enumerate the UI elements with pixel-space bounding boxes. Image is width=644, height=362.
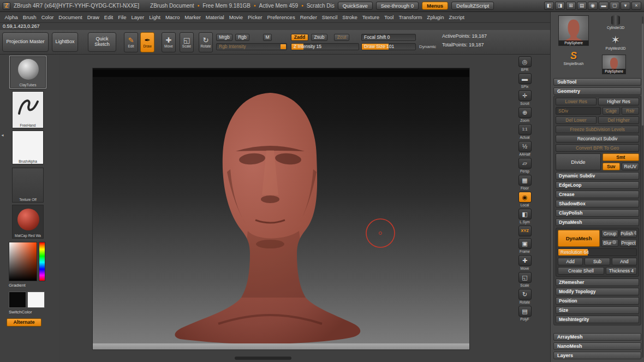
draw-mode-button[interactable]: ✒ Draw bbox=[140, 32, 154, 52]
sdiv-slider[interactable]: SDiv bbox=[556, 107, 601, 115]
menu-item-alpha[interactable]: Alpha bbox=[2, 13, 20, 21]
nanomesh-section-header[interactable]: NanoMesh bbox=[553, 342, 641, 350]
recent-tool-simplebrush[interactable]: S SimpleBrush bbox=[558, 50, 589, 66]
move-mode-button[interactable]: ✚ Move bbox=[162, 32, 176, 52]
m-toggle[interactable]: M bbox=[263, 34, 272, 41]
divide-button[interactable]: Divide bbox=[556, 153, 601, 170]
copy-doc-icon[interactable]: ⊞ bbox=[566, 2, 576, 10]
strip-item-xyz[interactable]: XYZ bbox=[518, 225, 532, 236]
menu-item-file[interactable]: File bbox=[116, 13, 129, 21]
bust-silhouette[interactable] bbox=[175, 93, 360, 344]
thickness-slider[interactable]: Thickness 4 bbox=[606, 267, 637, 275]
del-higher-button[interactable]: Del Higher bbox=[598, 116, 639, 124]
next-doc-icon[interactable]: ◨ bbox=[555, 2, 565, 10]
zremesher-header[interactable]: ZRemesher bbox=[556, 278, 639, 286]
shadowbox-header[interactable]: ShadowBox bbox=[556, 200, 639, 207]
menu-item-material[interactable]: Material bbox=[203, 13, 226, 21]
create-shell-button[interactable]: Create Shell bbox=[558, 267, 604, 275]
menu-item-stencil[interactable]: Stencil bbox=[319, 13, 340, 21]
hue-strip[interactable] bbox=[39, 242, 45, 281]
lock-icon[interactable]: ◉ bbox=[588, 2, 598, 10]
default-zscript-button[interactable]: DefaultZScript bbox=[451, 2, 494, 10]
menu-item-tool[interactable]: Tool bbox=[381, 13, 396, 21]
recent-tool-cylinder3d[interactable]: Cylinder3D bbox=[601, 15, 630, 29]
group-toggle[interactable]: Group bbox=[601, 230, 618, 238]
stroke-type-selector[interactable]: FreeHand bbox=[12, 91, 44, 128]
zadd-toggle[interactable]: Zadd bbox=[291, 34, 308, 41]
arraymesh-section-header[interactable]: ArrayMesh bbox=[553, 333, 641, 341]
modify-topology-header[interactable]: Modify Topology bbox=[556, 288, 639, 295]
z-intensity-slider[interactable]: Z Intensity 15 bbox=[291, 43, 359, 50]
and-toggle[interactable]: And bbox=[612, 258, 637, 265]
geometry-section-header[interactable]: Geometry bbox=[553, 87, 641, 95]
focal-shift-slider[interactable]: Focal Shift 0 bbox=[361, 34, 416, 41]
menus-button[interactable]: Menus bbox=[422, 2, 448, 10]
menu-item-color[interactable]: Color bbox=[39, 13, 56, 21]
strip-item-persp[interactable]: ▱ Persp bbox=[518, 158, 532, 173]
menu-item-picker[interactable]: Picker bbox=[246, 13, 265, 21]
recent-tool-polysphere[interactable]: PolySphere bbox=[602, 55, 626, 74]
strip-item-zoom[interactable]: ⊕ Zoom bbox=[518, 107, 532, 122]
smt-toggle[interactable]: Smt bbox=[603, 153, 639, 161]
resolution-slider[interactable]: Resolution 64 bbox=[558, 248, 637, 256]
freeze-subdivision-button[interactable]: Freeze SubDivision Levels bbox=[556, 126, 639, 133]
menu-item-preferences[interactable]: Preferences bbox=[265, 13, 297, 21]
strip-item-lsym[interactable]: ◧ L.Sym bbox=[518, 209, 532, 224]
menu-item-layer[interactable]: Layer bbox=[129, 13, 147, 21]
menu-item-zplugin[interactable]: Zplugin bbox=[425, 13, 446, 21]
draw-size-slider[interactable]: Draw Size 101 bbox=[361, 43, 416, 50]
menu-item-render[interactable]: Render bbox=[297, 13, 319, 21]
current-tool-thumbnail[interactable]: PolySphere bbox=[558, 15, 589, 46]
strip-item-bpr[interactable]: ◎ BPR bbox=[518, 56, 532, 72]
size-header[interactable]: Size bbox=[556, 306, 639, 314]
strip-item-move[interactable]: ✚ Move bbox=[518, 255, 532, 270]
restore-icon[interactable]: ▢ bbox=[610, 2, 619, 10]
canvas-hscrollbar[interactable] bbox=[235, 357, 291, 360]
menu-item-edit[interactable]: Edit bbox=[102, 13, 115, 21]
current-brush-selector[interactable]: ClayTubes bbox=[10, 56, 46, 88]
dynamic-toggle[interactable]: Dynamic bbox=[419, 44, 436, 49]
see-through-slider[interactable]: See-through 0 bbox=[376, 2, 419, 10]
quick-sketch-button[interactable]: Quick Sketch bbox=[88, 32, 116, 52]
panel-scrollbar[interactable] bbox=[642, 16, 643, 358]
menu-item-draw[interactable]: Draw bbox=[85, 13, 102, 21]
tray-collapse-arrow-icon[interactable]: ◂ bbox=[0, 131, 5, 140]
strip-item-actual[interactable]: 1:1 Actual bbox=[518, 124, 532, 139]
scale-mode-button[interactable]: ◱ Scale bbox=[180, 32, 194, 52]
menu-item-brush[interactable]: Brush bbox=[20, 13, 39, 21]
document-canvas[interactable] bbox=[93, 68, 469, 349]
strip-item-aahalf[interactable]: ½ AAHalf bbox=[518, 141, 532, 156]
print-icon[interactable]: ▤ bbox=[577, 2, 587, 10]
menu-item-movie[interactable]: Movie bbox=[226, 13, 245, 21]
prev-doc-icon[interactable]: ◧ bbox=[544, 2, 554, 10]
close-icon[interactable]: × bbox=[631, 2, 641, 10]
layers-section-header[interactable]: Layers bbox=[553, 352, 641, 359]
dynamesh-button[interactable]: DynaMesh bbox=[558, 230, 600, 247]
minimize-icon[interactable]: ▬ bbox=[599, 2, 609, 10]
rstr-button[interactable]: Rstr bbox=[622, 107, 639, 115]
panel-scrollbar-handle[interactable] bbox=[642, 23, 643, 126]
del-lower-button[interactable]: Del Lower bbox=[556, 116, 597, 124]
menu-item-marker[interactable]: Marker bbox=[182, 13, 204, 21]
lightbox-button[interactable]: LightBox bbox=[52, 32, 78, 52]
higher-res-button[interactable]: Higher Res bbox=[598, 98, 639, 105]
project-toggle[interactable]: Project bbox=[620, 239, 637, 247]
menu-item-transform[interactable]: Transform bbox=[396, 13, 425, 21]
strip-item-scale[interactable]: ◱ Scale bbox=[518, 272, 532, 287]
menu-item-macro[interactable]: Macro bbox=[163, 13, 182, 21]
position-header[interactable]: Position bbox=[556, 297, 639, 305]
edit-mode-button[interactable]: ✎ Edit bbox=[124, 32, 138, 52]
menu-item-zscript[interactable]: Zscript bbox=[446, 13, 467, 21]
strip-item-spix[interactable]: ▬ SPix bbox=[518, 73, 532, 88]
mesh-integrity-header[interactable]: MeshIntegrity bbox=[556, 316, 639, 323]
menu-item-stroke[interactable]: Stroke bbox=[340, 13, 360, 21]
dynamic-subdiv-header[interactable]: Dynamic Subdiv bbox=[556, 172, 639, 180]
sub-toggle[interactable]: Sub bbox=[585, 258, 610, 265]
rotate-mode-button[interactable]: ↻ Rotate bbox=[199, 32, 213, 52]
mrgb-toggle[interactable]: Mrgb bbox=[216, 34, 232, 41]
subtool-section-header[interactable]: SubTool bbox=[553, 78, 641, 86]
edgeloop-header[interactable]: EdgeLoop bbox=[556, 181, 639, 189]
rgb-intensity-slider[interactable]: Rgb Intensity bbox=[216, 43, 287, 50]
zsub-toggle[interactable]: Zsub bbox=[311, 34, 327, 41]
reconstruct-subdiv-button[interactable]: Reconstruct Subdiv bbox=[556, 135, 639, 143]
